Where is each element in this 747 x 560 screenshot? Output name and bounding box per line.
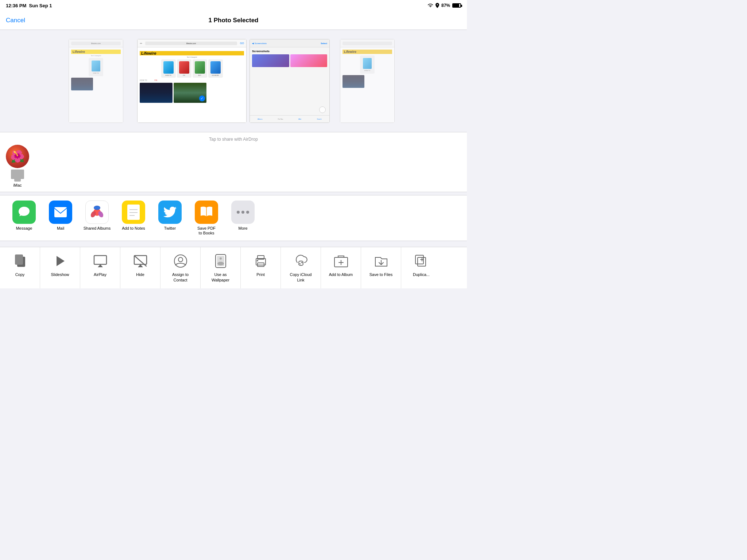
print-label: Print [256,272,265,277]
duplicate-label: Duplica... [413,272,430,277]
action-slideshow[interactable]: Slideshow [40,247,80,288]
photo-thumb-right-partial[interactable]: Lifewire HOW TO [340,39,395,123]
battery-percentage: 87% [441,3,450,8]
status-right: 87% [427,3,461,8]
airplay-icon [92,253,108,269]
slideshow-icon [52,253,68,269]
more-app-icon [231,201,255,224]
share-app-books[interactable]: Save PDF to Books [188,201,225,236]
airdrop-device-imac[interactable]: iMac [6,145,29,187]
photo-thumb-left-partial[interactable]: lifewire.com Lifewire Tech Untangled HOW… [69,39,123,123]
action-hide[interactable]: Hide [120,247,160,288]
message-app-label: Message [16,226,32,231]
status-time: 12:36 PM Sun Sep 1 [6,3,52,8]
message-app-icon [12,201,36,224]
wallpaper-icon [213,253,229,269]
svg-point-19 [174,255,187,267]
twitter-app-icon [158,201,182,224]
svg-point-5 [94,206,100,210]
action-airplay[interactable]: AirPlay [80,247,120,288]
add-album-icon [333,253,349,269]
airdrop-section: Tap to share with AirDrop iMac [0,132,467,192]
photo-thumb-screenshots[interactable]: ◀ Screenshots Select Screenshots Albums … [249,39,330,123]
imac-avatar [6,145,29,168]
svg-point-23 [220,257,222,260]
mail-app-label: Mail [57,226,64,231]
cancel-button[interactable]: Cancel [6,17,25,24]
actions-row: Copy Slideshow AirPlay Hide [0,247,467,288]
icloud-link-icon [293,253,309,269]
svg-rect-0 [54,207,67,217]
shared-albums-label: Shared Albums [84,226,111,231]
photo-strip: lifewire.com Lifewire Tech Untangled HOW… [0,30,467,132]
notes-app-label: Add to Notes [122,226,145,231]
shared-albums-icon [85,201,109,224]
header: Cancel 1 Photo Selected [0,11,467,30]
airplay-label: AirPlay [94,272,107,277]
airdrop-label: Tap to share with AirDrop [6,137,461,142]
share-apps-row: Message Mail Shared Albums [0,195,467,241]
wifi-icon [427,3,433,8]
action-save-files[interactable]: Save to Files [361,247,401,288]
hide-icon [132,253,148,269]
photo-thumb-main[interactable]: ◀ ▶ lifewire.com GO Lifewire Tech Untang… [137,39,247,123]
copy-label: Copy [15,272,25,277]
wallpaper-label: Use as Wallpaper [212,272,229,283]
assign-contact-icon [173,253,189,269]
status-bar: 12:36 PM Sun Sep 1 87% [0,0,467,11]
print-icon [253,253,269,269]
more-app-label: More [238,226,247,231]
save-files-label: Save to Files [369,272,393,277]
action-copy-icloud-link[interactable]: Copy iCloud Link [281,247,321,288]
svg-rect-14 [15,254,23,265]
share-app-twitter[interactable]: Twitter [152,201,188,236]
action-print[interactable]: Print [241,247,281,288]
action-duplicate[interactable]: Duplica... [401,247,441,288]
action-use-wallpaper[interactable]: Use as Wallpaper [201,247,241,288]
twitter-app-label: Twitter [164,226,176,231]
share-app-notes[interactable]: Add to Notes [115,201,152,236]
airdrop-devices-list: iMac [6,145,29,187]
mail-app-icon [49,201,72,224]
action-assign-contact[interactable]: Assign to Contact [160,247,201,288]
share-app-shared-albums[interactable]: Shared Albums [79,201,115,236]
slideshow-label: Slideshow [51,272,69,277]
svg-point-20 [178,257,183,262]
svg-marker-15 [57,256,65,266]
imac-device-name: iMac [13,183,22,187]
location-icon [436,3,439,8]
action-copy[interactable]: Copy [0,247,40,288]
books-app-label: Save PDF to Books [197,226,216,236]
add-album-label: Add to Album [329,272,353,277]
assign-contact-label: Assign to Contact [172,272,189,283]
svg-rect-16 [94,256,107,264]
hide-label: Hide [136,272,144,277]
books-app-icon [195,201,218,224]
save-files-icon [373,253,389,269]
notes-app-icon [122,201,145,224]
copy-icon [12,253,28,269]
share-app-mail[interactable]: Mail [42,201,79,236]
share-app-message[interactable]: Message [6,201,42,236]
svg-point-24 [217,262,224,265]
page-title: 1 Photo Selected [209,17,259,24]
duplicate-icon [413,253,429,269]
icloud-link-label: Copy iCloud Link [290,272,312,283]
action-add-album[interactable]: Add to Album [321,247,361,288]
share-app-more[interactable]: More [225,201,261,236]
svg-point-28 [257,260,258,261]
battery-icon [452,3,461,8]
